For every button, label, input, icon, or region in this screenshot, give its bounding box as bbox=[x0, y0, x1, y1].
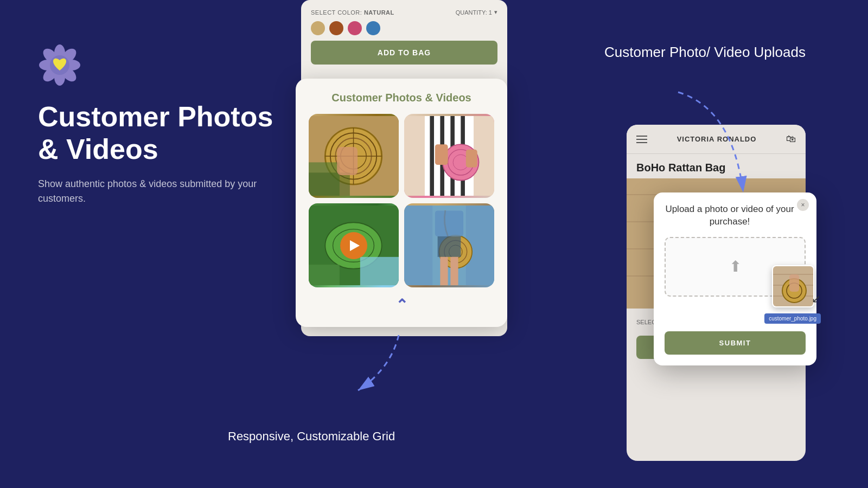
card-arrow: ⌃ bbox=[309, 296, 494, 314]
svg-rect-21 bbox=[430, 116, 434, 196]
svg-rect-64 bbox=[789, 274, 799, 292]
left-section: Customer Photos & Videos Show authentic … bbox=[38, 43, 298, 206]
right-phone-header: VICTORIA RONALDO 🛍 bbox=[627, 125, 806, 154]
upload-modal: × Upload a photo or video of your purcha… bbox=[654, 192, 816, 365]
upload-icon: ⬆ bbox=[729, 258, 742, 275]
color-swatch-pink[interactable] bbox=[348, 21, 362, 35]
upload-area[interactable]: ⬆ customer_photo.jpg ↙ bbox=[665, 237, 806, 297]
cursor-icon: ↙ bbox=[812, 292, 821, 305]
annotation-responsive: Responsive, Customizable Grid bbox=[228, 429, 395, 445]
svg-rect-41 bbox=[435, 210, 463, 236]
color-swatch-brown[interactable] bbox=[329, 21, 343, 35]
modal-title: Upload a photo or video of your purchase… bbox=[665, 203, 806, 228]
add-to-bag-button-top[interactable]: ADD TO BAG bbox=[311, 41, 497, 65]
color-swatch-natural[interactable] bbox=[311, 21, 325, 35]
video-play-button[interactable] bbox=[340, 232, 367, 259]
quantity-label: QUANTITY: 1 ▾ bbox=[456, 9, 497, 16]
svg-rect-18 bbox=[337, 147, 358, 175]
svg-rect-34 bbox=[360, 257, 399, 285]
photo-cell-1[interactable] bbox=[309, 114, 399, 198]
photo-cell-3[interactable] bbox=[309, 203, 399, 287]
photos-card-title: Customer Photos & Videos bbox=[309, 92, 494, 104]
color-swatch-blue[interactable] bbox=[366, 21, 380, 35]
svg-rect-17 bbox=[309, 172, 350, 196]
svg-rect-42 bbox=[438, 236, 461, 257]
submit-button[interactable]: SUBMIT bbox=[665, 331, 806, 355]
color-label: SELECT COLOR: NATURAL bbox=[311, 9, 394, 16]
logo-icon bbox=[38, 43, 298, 89]
svg-rect-35 bbox=[309, 265, 340, 285]
annotation-customer-photo: Customer Photo/ Video Uploads bbox=[604, 43, 806, 62]
hamburger-icon[interactable] bbox=[636, 136, 647, 143]
photos-card: Customer Photos & Videos bbox=[296, 79, 507, 327]
color-swatches bbox=[311, 21, 497, 35]
photo-cell-2[interactable] bbox=[404, 114, 494, 198]
svg-rect-28 bbox=[435, 144, 448, 165]
filename-badge: customer_photo.jpg bbox=[764, 313, 821, 324]
svg-rect-29 bbox=[466, 150, 477, 168]
page-title: Customer Photos & Videos bbox=[38, 101, 298, 166]
page-subtitle: Show authentic photos & videos submitted… bbox=[38, 177, 298, 206]
svg-rect-43 bbox=[440, 257, 448, 285]
product-title: BoHo Rattan Bag bbox=[627, 154, 806, 178]
photos-grid bbox=[309, 114, 494, 287]
photo-cell-4[interactable] bbox=[404, 203, 494, 287]
modal-close-button[interactable]: × bbox=[797, 199, 809, 211]
bag-icon[interactable]: 🛍 bbox=[786, 133, 796, 145]
photo-preview bbox=[772, 265, 814, 307]
svg-rect-44 bbox=[450, 257, 458, 285]
store-name: VICTORIA RONALDO bbox=[677, 135, 757, 143]
